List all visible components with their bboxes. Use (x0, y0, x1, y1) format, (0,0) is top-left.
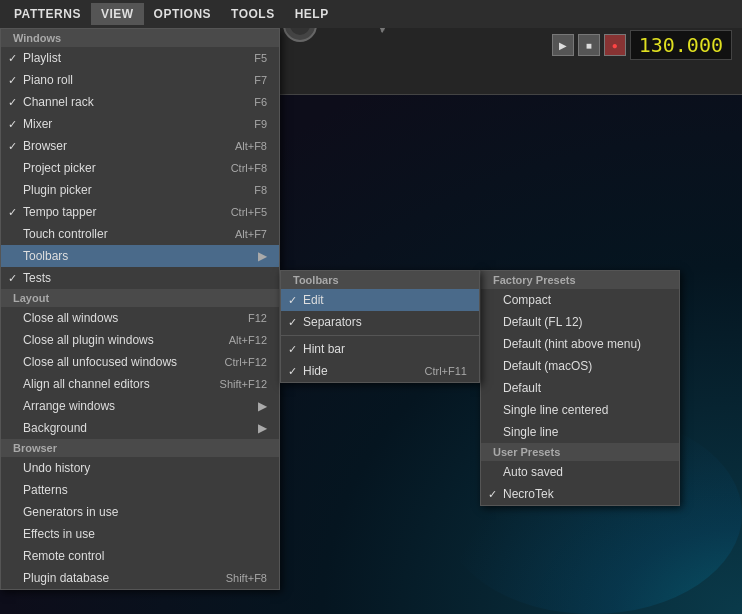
toolbars-submenu-header: Toolbars (281, 271, 479, 289)
check-tests: ✓ (8, 272, 17, 285)
user-presets-header: User Presets (481, 443, 679, 461)
preset-default[interactable]: Default (481, 377, 679, 399)
toolbars-item-separators[interactable]: ✓ Separators (281, 311, 479, 333)
menu-item-remote-control[interactable]: Remote control (1, 545, 279, 567)
preset-default-macos[interactable]: Default (macOS) (481, 355, 679, 377)
check-edit: ✓ (288, 294, 297, 307)
toolbars-item-edit[interactable]: ✓ Edit (281, 289, 479, 311)
arrow-arrange: ▶ (258, 399, 267, 413)
preset-default-fl12[interactable]: Default (FL 12) (481, 311, 679, 333)
toolbars-submenu: Toolbars ✓ Edit ✓ Separators ✓ Hint bar … (280, 270, 480, 383)
check-hide: ✓ (288, 365, 297, 378)
menu-item-plugin-database[interactable]: Plugin database Shift+F8 (1, 567, 279, 589)
menu-item-patterns[interactable]: PATTERNS (4, 3, 91, 25)
preset-auto-saved[interactable]: Auto saved (481, 461, 679, 483)
menu-item-help[interactable]: HELP (285, 3, 339, 25)
menu-item-mixer[interactable]: ✓ Mixer F9 (1, 113, 279, 135)
check-tempo-tapper: ✓ (8, 206, 17, 219)
menu-item-plugin-picker[interactable]: Plugin picker F8 (1, 179, 279, 201)
preset-single-line-centered[interactable]: Single line centered (481, 399, 679, 421)
preset-necrotek[interactable]: ✓ NecroTek (481, 483, 679, 505)
check-playlist: ✓ (8, 52, 17, 65)
arrow-toolbars: ▶ (258, 249, 267, 263)
check-necrotek: ✓ (488, 488, 497, 501)
menu-item-tests[interactable]: ✓ Tests (1, 267, 279, 289)
check-browser: ✓ (8, 140, 17, 153)
menu-item-align-channel-editors[interactable]: Align all channel editors Shift+F12 (1, 373, 279, 395)
arrow-background: ▶ (258, 421, 267, 435)
check-piano-roll: ✓ (8, 74, 17, 87)
preset-single-line[interactable]: Single line (481, 421, 679, 443)
section-header-windows: Windows (1, 29, 279, 47)
menu-item-playlist[interactable]: ✓ Playlist F5 (1, 47, 279, 69)
menu-item-generators-in-use[interactable]: Generators in use (1, 501, 279, 523)
check-separators: ✓ (288, 316, 297, 329)
menu-bar: PATTERNS VIEW OPTIONS TOOLS HELP (0, 0, 742, 28)
menu-item-browser[interactable]: ✓ Browser Alt+F8 (1, 135, 279, 157)
menu-item-undo-history[interactable]: Undo history (1, 457, 279, 479)
menu-item-arrange-windows[interactable]: Arrange windows ▶ (1, 395, 279, 417)
menu-item-close-unfocused[interactable]: Close all unfocused windows Ctrl+F12 (1, 351, 279, 373)
dropdown-container: Windows ✓ Playlist F5 ✓ Piano roll F7 ✓ … (0, 28, 680, 590)
section-header-browser: Browser (1, 439, 279, 457)
check-channel-rack: ✓ (8, 96, 17, 109)
menu-item-close-all-windows[interactable]: Close all windows F12 (1, 307, 279, 329)
preset-compact[interactable]: Compact (481, 289, 679, 311)
factory-presets-header: Factory Presets (481, 271, 679, 289)
menu-item-project-picker[interactable]: Project picker Ctrl+F8 (1, 157, 279, 179)
menu-item-effects-in-use[interactable]: Effects in use (1, 523, 279, 545)
section-header-layout: Layout (1, 289, 279, 307)
check-hint-bar: ✓ (288, 343, 297, 356)
toolbars-item-hide[interactable]: ✓ Hide Ctrl+F11 (281, 360, 479, 382)
menu-item-piano-roll[interactable]: ✓ Piano roll F7 (1, 69, 279, 91)
toolbars-item-hint-bar[interactable]: ✓ Hint bar (281, 338, 479, 360)
menu-item-options[interactable]: OPTIONS (144, 3, 222, 25)
factory-presets-submenu: Factory Presets Compact Default (FL 12) … (480, 270, 680, 506)
check-mixer: ✓ (8, 118, 17, 131)
menu-item-channel-rack[interactable]: ✓ Channel rack F6 (1, 91, 279, 113)
menu-item-tempo-tapper[interactable]: ✓ Tempo tapper Ctrl+F5 (1, 201, 279, 223)
menu-item-tools[interactable]: TOOLS (221, 3, 285, 25)
toolbars-divider (281, 335, 479, 336)
menu-item-background[interactable]: Background ▶ (1, 417, 279, 439)
menu-item-patterns[interactable]: Patterns (1, 479, 279, 501)
menu-item-view[interactable]: VIEW (91, 3, 144, 25)
menu-item-touch-controller[interactable]: Touch controller Alt+F7 (1, 223, 279, 245)
menu-item-close-all-plugin-windows[interactable]: Close all plugin windows Alt+F12 (1, 329, 279, 351)
preset-default-hint-above[interactable]: Default (hint above menu) (481, 333, 679, 355)
menu-item-toolbars[interactable]: Toolbars ▶ (1, 245, 279, 267)
view-dropdown: Windows ✓ Playlist F5 ✓ Piano roll F7 ✓ … (0, 28, 280, 590)
